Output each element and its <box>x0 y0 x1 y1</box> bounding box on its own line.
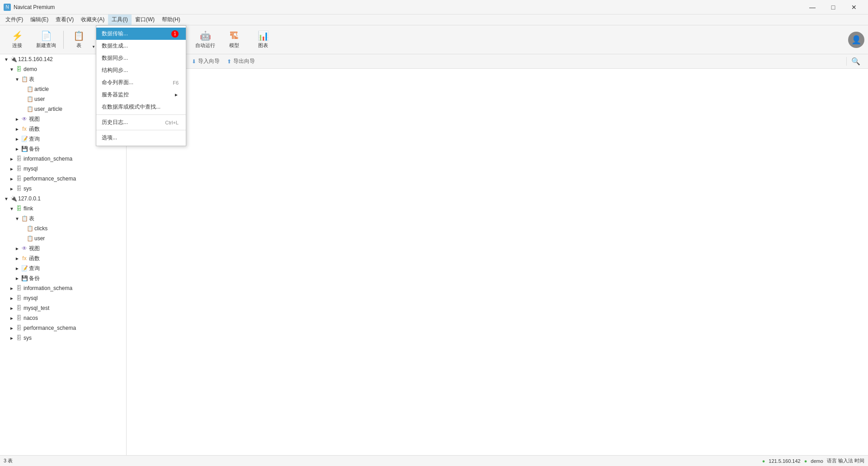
chart-icon: 📊 <box>258 30 269 41</box>
database-icon: 🗄 <box>15 324 23 332</box>
database-icon: 🗄 <box>15 304 23 312</box>
connection2-label: 127.0.0.1 <box>18 195 41 202</box>
sidebar-item-sys[interactable]: ► 🗄 sys <box>0 184 126 194</box>
database-icon: 🗄 <box>15 314 23 322</box>
chevron-right-icon: ► <box>9 325 14 331</box>
sidebar-item-sys2[interactable]: ► 🗄 sys <box>0 333 126 343</box>
table-label: 表 <box>76 42 81 49</box>
menu-struct-sync[interactable]: 结构同步... <box>96 64 186 76</box>
table-icon: 📋 <box>73 30 85 41</box>
nacos-label: nacos <box>24 315 38 321</box>
chevron-down-icon: ▼ <box>14 76 20 82</box>
connect-button[interactable]: ⚡ 连接 <box>4 27 31 52</box>
database-indicator: ● <box>804 458 807 464</box>
chart-button[interactable]: 📊 图表 <box>250 27 277 52</box>
menu-history-log[interactable]: 历史日志... Ctrl+L <box>96 116 186 128</box>
import-icon: ⬇ <box>192 58 196 65</box>
chevron-right-icon: ► <box>14 266 20 271</box>
sidebar-item-backups-flink[interactable]: ► 💾 备份 <box>0 273 126 283</box>
info-schema-label: information_schema <box>24 156 72 162</box>
minimize-button[interactable]: — <box>802 0 823 14</box>
options-label: 选项... <box>102 134 117 142</box>
search-panel-toggle[interactable]: 🔍 <box>846 57 864 66</box>
auto-run-icon: 🤖 <box>200 30 211 41</box>
sidebar-item-clicks[interactable]: ► 📋 clicks <box>0 223 126 233</box>
model-label: 模型 <box>229 42 239 49</box>
query-icon: 📝 <box>21 135 28 143</box>
sidebar-item-user-flink[interactable]: ► 📋 user <box>0 233 126 243</box>
cmd-console-label: 命令列界面... <box>102 79 133 86</box>
sidebar-item-info-schema2[interactable]: ► 🗄 information_schema <box>0 283 126 293</box>
chevron-right-icon: ► <box>14 256 20 261</box>
model-button[interactable]: 🏗 模型 <box>221 27 248 52</box>
table-button[interactable]: 📋 表 <box>67 27 90 52</box>
chevron-right-icon: ► <box>14 276 20 281</box>
sidebar-item-flink[interactable]: ▼ 🗄 flink <box>0 204 126 214</box>
maximize-button[interactable]: □ <box>823 0 844 14</box>
sidebar-item-mysql-test[interactable]: ► 🗄 mysql_test <box>0 303 126 313</box>
connection-status: 121.5.160.142 <box>769 458 800 464</box>
sidebar-item-tables-flink[interactable]: ▼ 📋 表 <box>0 214 126 223</box>
data-gen-label: 数据生成... <box>102 42 128 50</box>
history-log-label: 历史日志... <box>102 119 128 126</box>
menu-help[interactable]: 帮助(H) <box>158 14 184 25</box>
menu-data-gen[interactable]: 数据生成... <box>96 40 186 52</box>
views-label: 视图 <box>29 115 40 123</box>
menu-view[interactable]: 查看(V) <box>52 14 77 25</box>
auto-run-button[interactable]: 🤖 自动运行 <box>192 27 219 52</box>
close-button[interactable]: ✕ <box>844 0 864 14</box>
chevron-right-icon: ► <box>14 136 20 142</box>
new-query-icon: 📄 <box>41 30 52 41</box>
sidebar-item-perf-schema2[interactable]: ► 🗄 performance_schema <box>0 323 126 333</box>
backup-icon: 💾 <box>21 145 28 152</box>
export-button[interactable]: ⬆ 导出向导 <box>225 57 257 66</box>
struct-sync-label: 结构同步... <box>102 67 128 74</box>
sidebar-item-queries-flink[interactable]: ► 📝 查询 <box>0 263 126 273</box>
menu-file[interactable]: 文件(F) <box>2 14 27 25</box>
function-icon: fx <box>21 125 28 133</box>
user-demo-label: user <box>34 96 45 102</box>
import-button[interactable]: ⬇ 导入向导 <box>190 57 222 66</box>
menu-find-in-db[interactable]: 在数据库或模式中查找... <box>96 101 186 113</box>
menu-data-sync[interactable]: 数据同步... <box>96 52 186 64</box>
menu-cmd-console[interactable]: 命令列界面... F6 <box>96 76 186 89</box>
submenu-arrow-icon: ► <box>174 92 179 97</box>
sidebar-item-nacos[interactable]: ► 🗄 nacos <box>0 313 126 323</box>
sidebar-item-connection2[interactable]: ▼ 🔌 127.0.0.1 <box>0 194 126 204</box>
connection2-icon: 🔌 <box>10 195 17 202</box>
sidebar-item-mysql[interactable]: ► 🗄 mysql <box>0 164 126 174</box>
queries-label: 查询 <box>29 135 40 143</box>
sidebar-item-perf-schema[interactable]: ► 🗄 performance_schema <box>0 174 126 184</box>
mysql-label: mysql <box>24 166 38 172</box>
database-icon: 🗄 <box>15 185 23 192</box>
user-avatar-button[interactable]: 👤 <box>848 32 864 48</box>
import-label: 导入向导 <box>198 57 220 65</box>
chevron-right-icon: ► <box>14 116 20 122</box>
chevron-right-icon: ► <box>9 156 14 162</box>
sidebar-item-functions-flink[interactable]: ► fx 函数 <box>0 253 126 263</box>
menu-data-transfer[interactable]: 数据传输... 1 <box>96 28 186 40</box>
sidebar-item-views-flink[interactable]: ► 👁 视图 <box>0 243 126 253</box>
menu-window[interactable]: 窗口(W) <box>132 14 158 25</box>
content-body <box>127 69 868 455</box>
menu-options[interactable]: 选项... <box>96 132 186 144</box>
chevron-right-icon: ► <box>14 146 20 152</box>
chevron-down-icon: ▼ <box>4 196 9 201</box>
menu-favorites[interactable]: 收藏夹(A) <box>77 14 108 25</box>
functions-label: 函数 <box>29 125 40 133</box>
status-right-icons: 语言 输入法 时间 <box>827 457 864 464</box>
chevron-down-icon: ▼ <box>4 57 9 62</box>
chevron-down-icon: ▼ <box>9 206 14 211</box>
status-bar: 3 表 ● 121.5.160.142 ● demo 语言 输入法 时间 <box>0 455 868 466</box>
new-query-button[interactable]: 📄 新建查询 <box>33 27 60 52</box>
menu-edit[interactable]: 编辑(E) <box>27 14 52 25</box>
chevron-right-icon: ► <box>9 295 14 301</box>
view-icon: 👁 <box>21 115 28 123</box>
chevron-right-icon: ► <box>14 126 20 132</box>
sidebar-item-mysql2[interactable]: ► 🗄 mysql <box>0 293 126 303</box>
sidebar-item-info-schema[interactable]: ► 🗄 information_schema <box>0 154 126 164</box>
menu-server-monitor[interactable]: 服务器监控 ► <box>96 89 186 101</box>
chevron-right-icon: ► <box>9 176 14 181</box>
menu-tools[interactable]: 工具(I) <box>108 14 131 25</box>
sys-label: sys <box>24 185 32 192</box>
